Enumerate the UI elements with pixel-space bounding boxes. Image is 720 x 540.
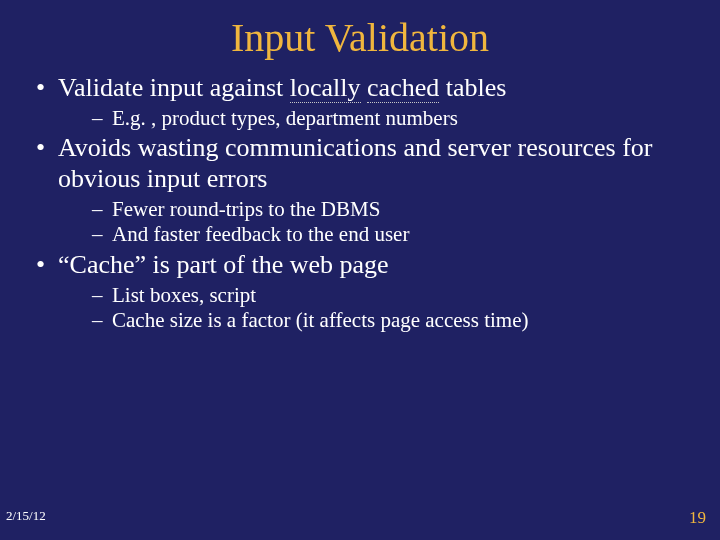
bullet-2-sub-1: Fewer round-trips to the DBMS (58, 197, 692, 223)
slide-title: Input Validation (0, 0, 720, 61)
bullet-1-underline-cached: cached (367, 73, 439, 103)
bullet-1-text-post: tables (439, 73, 506, 102)
bullet-3-sub-2: Cache size is a factor (it affects page … (58, 308, 692, 334)
bullet-1-sub-1: E.g. , product types, department numbers (58, 106, 692, 132)
footer-date: 2/15/12 (6, 508, 46, 524)
bullet-2-text: Avoids wasting communications and server… (58, 133, 652, 193)
bullet-1-sublist: E.g. , product types, department numbers (58, 106, 692, 132)
bullet-2-sub-2: And faster feedback to the end user (58, 222, 692, 248)
bullet-1-text-pre: Validate input against (58, 73, 290, 102)
bullet-2-sublist: Fewer round-trips to the DBMS And faster… (58, 197, 692, 248)
bullet-3-text: “Cache” is part of the web page (58, 250, 389, 279)
bullet-3-sublist: List boxes, script Cache size is a facto… (58, 283, 692, 334)
slide: Input Validation Validate input against … (0, 0, 720, 540)
bullet-3-sub-1: List boxes, script (58, 283, 692, 309)
bullet-list: Validate input against locally cached ta… (28, 73, 692, 334)
footer-page-number: 19 (689, 508, 706, 528)
bullet-1: Validate input against locally cached ta… (28, 73, 692, 131)
bullet-2: Avoids wasting communications and server… (28, 133, 692, 248)
slide-body: Validate input against locally cached ta… (0, 61, 720, 334)
bullet-1-underline-locally: locally (290, 73, 361, 103)
bullet-3: “Cache” is part of the web page List box… (28, 250, 692, 334)
